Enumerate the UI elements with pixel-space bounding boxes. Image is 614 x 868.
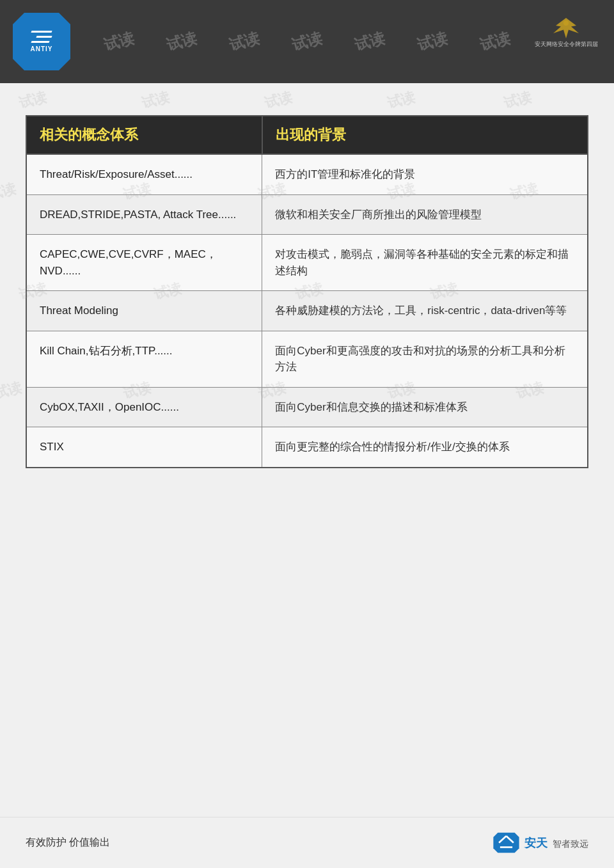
- table-row: Kill Chain,钻石分析,TTP......面向Cyber和更高强度的攻击…: [26, 331, 588, 387]
- table-row: CybOX,TAXII，OpenIOC......面向Cyber和信息交换的描述…: [26, 387, 588, 427]
- footer-tagline: 有效防护 价值输出: [26, 836, 110, 849]
- cwm-3: 试读: [262, 88, 294, 113]
- logo-lines: [31, 31, 52, 43]
- right-logo-line1: 安天网络安全令牌第四届: [535, 41, 598, 49]
- header-right-logo: 安天网络安全令牌第四届: [531, 6, 601, 58]
- wm-7: 试读: [478, 28, 513, 55]
- footer-slogan: 智者致远: [553, 839, 588, 849]
- table-row: DREAD,STRIDE,PASTA, Attack Tree......微软和…: [26, 194, 588, 235]
- cell-concept-1: DREAD,STRIDE,PASTA, Attack Tree......: [26, 194, 262, 235]
- logo-line-2: [36, 36, 52, 38]
- cell-concept-3: Threat Modeling: [26, 291, 262, 331]
- footer-brand-text: 安天 智者致远: [524, 835, 588, 851]
- svg-point-0: [563, 20, 569, 26]
- cell-concept-2: CAPEC,CWE,CVE,CVRF，MAEC，NVD......: [26, 235, 262, 291]
- header: ANTIY 试读 试读 试读 试读 试读 试读 试读 安天网络安全令牌第四届: [0, 0, 614, 83]
- footer-antiy: 安天: [524, 837, 547, 849]
- footer: 有效防护 价值输出 安天 智者致远: [0, 817, 614, 868]
- cell-background-6: 面向更完整的综合性的情报分析/作业/交换的体系: [262, 427, 588, 468]
- cwm-4: 试读: [385, 88, 417, 113]
- cell-concept-5: CybOX,TAXII，OpenIOC......: [26, 387, 262, 427]
- cwm-15: 试读: [0, 378, 24, 404]
- footer-logo: 安天 智者致远: [492, 832, 588, 854]
- logo-line-3: [31, 41, 49, 43]
- table-row: STIX面向更完整的综合性的情报分析/作业/交换的体系: [26, 427, 588, 468]
- antiy-logo: ANTIY: [13, 13, 70, 70]
- cell-background-4: 面向Cyber和更高强度的攻击和对抗的场景的分析工具和分析方法: [262, 331, 588, 387]
- cwm-2: 试读: [139, 88, 171, 113]
- cwm-5: 试读: [501, 88, 533, 113]
- footer-logo-svg: [492, 832, 521, 854]
- main-content: 试读 试读 试读 试读 试读 试读 试读 试读 试读 试读 试读 试读 试读 试…: [0, 83, 614, 481]
- cwm-6: 试读: [0, 179, 18, 205]
- cell-concept-4: Kill Chain,钻石分析,TTP......: [26, 331, 262, 387]
- cell-background-3: 各种威胁建模的方法论，工具，risk-centric，data-driven等等: [262, 291, 588, 331]
- table-row: Threat/Risk/Exposure/Asset......西方的IT管理和…: [26, 154, 588, 194]
- svg-marker-1: [493, 833, 519, 853]
- col-header-right: 出现的背景: [262, 116, 588, 154]
- cell-background-2: 对攻击模式，脆弱点，漏洞等各种基础的安全元素的标定和描述结构: [262, 235, 588, 291]
- wm-2: 试读: [164, 28, 200, 55]
- right-logo-text: 安天网络安全令牌第四届: [535, 41, 598, 49]
- cell-background-0: 西方的IT管理和标准化的背景: [262, 154, 588, 194]
- concept-table: 相关的概念体系 出现的背景 Threat/Risk/Exposure/Asset…: [26, 115, 588, 468]
- wm-5: 试读: [352, 28, 388, 55]
- table-row: Threat Modeling各种威胁建模的方法论，工具，risk-centri…: [26, 291, 588, 331]
- wm-4: 试读: [290, 28, 325, 55]
- header-watermarks: 试读 试读 试读 试读 试读 试读 试读: [0, 0, 614, 83]
- table-row: CAPEC,CWE,CVE,CVRF，MAEC，NVD......对攻击模式，脆…: [26, 235, 588, 291]
- logo-label: ANTIY: [31, 45, 53, 52]
- cell-background-1: 微软和相关安全厂商所推出的风险管理模型: [262, 194, 588, 235]
- right-logo-svg: [550, 15, 582, 41]
- wm-6: 试读: [415, 28, 450, 55]
- wm-1: 试读: [102, 28, 137, 55]
- cwm-1: 试读: [17, 88, 49, 113]
- col-header-left: 相关的概念体系: [26, 116, 262, 154]
- wm-3: 试读: [227, 28, 262, 55]
- cell-background-5: 面向Cyber和信息交换的描述和标准体系: [262, 387, 588, 427]
- cell-concept-0: Threat/Risk/Exposure/Asset......: [26, 154, 262, 194]
- logo-line-1: [31, 31, 52, 33]
- cell-concept-6: STIX: [26, 427, 262, 468]
